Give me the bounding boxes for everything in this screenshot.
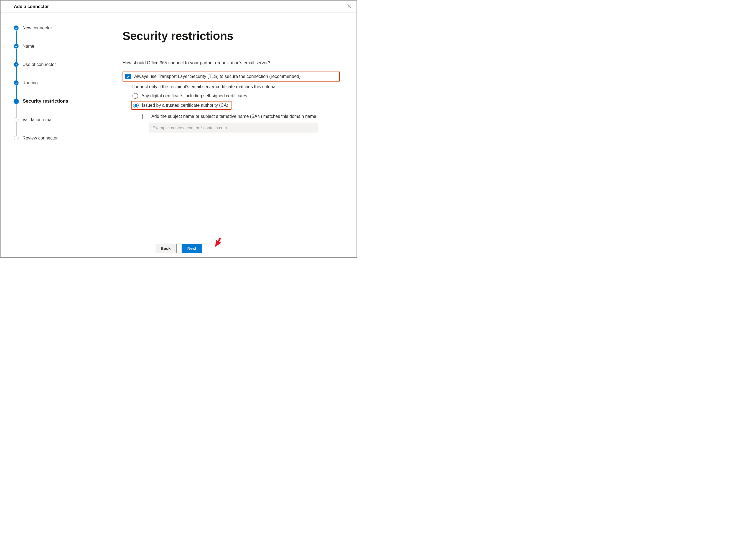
close-button[interactable] [346,3,353,10]
page-heading: Security restrictions [123,29,340,43]
check-icon [14,26,19,30]
wizard-window: Add a connector New connector [0,0,357,258]
close-icon [347,4,352,8]
tls-checkbox[interactable] [125,74,131,79]
san-option-row: Add the subject name or subject alternat… [140,112,340,121]
back-button[interactable]: Back [155,244,177,253]
radio-any-certificate[interactable] [133,93,138,99]
check-icon [14,62,19,67]
titlebar: Add a connector [1,1,357,13]
step-connector-line [16,31,17,44]
step-new-connector[interactable]: New connector [14,26,97,44]
wizard-footer: Back Next [1,239,357,257]
step-label: Security restrictions [23,99,68,104]
tls-option-row: Always use Transport Layer Security (TLS… [123,72,340,82]
next-button[interactable]: Next [182,244,202,253]
tls-label: Always use Transport Layer Security (TLS… [134,74,301,79]
step-connector-line [16,122,17,136]
step-security-restrictions[interactable]: Security restrictions [14,99,97,117]
steps-list: New connector Name Use of connector [14,26,97,141]
prompt-text: How should Office 365 connect to your pa… [123,60,340,65]
radio-any-label: Any digital certificate, including self-… [141,93,247,98]
domain-name-input[interactable] [149,123,318,133]
wizard-steps-sidebar: New connector Name Use of connector [1,13,106,239]
step-connector-line [16,67,17,81]
step-routing[interactable]: Routing [14,80,97,99]
checkmark-icon [126,75,130,78]
step-label: Review connector [22,136,58,141]
future-step-circle-icon [14,117,19,122]
wizard-main-panel: Security restrictions How should Office … [106,13,357,239]
step-label: Routing [22,80,38,85]
current-step-dot-icon [14,99,19,104]
radio-any-row: Any digital certificate, including self-… [131,92,340,100]
future-step-circle-icon [14,136,19,140]
step-validation-email[interactable]: Validation email [14,117,97,136]
san-checkbox[interactable] [142,114,148,119]
radio-trusted-ca[interactable] [133,103,139,108]
step-connector-line [16,104,17,118]
step-label: Use of connector [22,62,56,67]
san-label: Add the subject name or subject alternat… [151,114,317,119]
step-review-connector[interactable]: Review connector [14,136,97,141]
step-label: Name [22,44,34,49]
check-icon [14,80,19,85]
window-title: Add a connector [14,4,49,9]
step-connector-line [16,49,17,63]
step-name[interactable]: Name [14,44,97,62]
radio-trusted-label: Issued by a trusted certificate authorit… [142,103,228,108]
cert-criteria-label: Connect only if the recipient's email se… [131,84,340,89]
step-label: New connector [22,26,52,31]
cert-radio-group: Any digital certificate, including self-… [123,92,340,110]
radio-trusted-row: Issued by a trusted certificate authorit… [131,101,340,110]
step-connector-line [16,85,17,99]
wizard-body: New connector Name Use of connector [1,13,357,239]
check-icon [14,44,19,49]
step-label: Validation email [22,117,54,122]
step-use-of-connector[interactable]: Use of connector [14,62,97,80]
